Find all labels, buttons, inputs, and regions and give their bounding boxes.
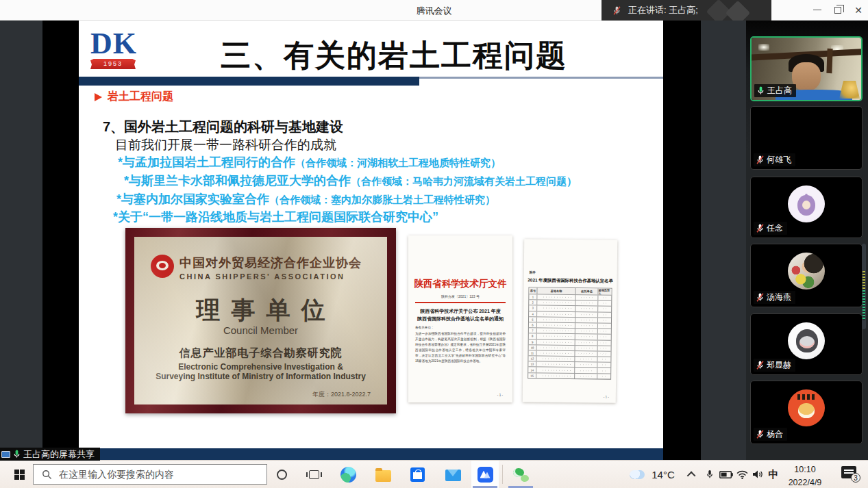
approval-table-row: 5 [529,316,611,322]
dk-logo-year: 1953 [90,59,136,69]
close-button[interactable]: ✕ [848,0,868,20]
weather-temp[interactable]: 14°C [648,461,678,488]
participant-name: 汤海燕 [767,292,791,303]
weather-button[interactable] [628,461,647,488]
battery-icon [719,471,733,478]
cortana-icon [277,470,287,480]
council-member-plaque: 中国对外贸易经济合作企业协会 CHINA SHIPPERS' ASSOCIATI… [125,228,396,413]
window-titlebar: 腾讯会议 正在讲话: 王占高; ✕ [0,0,868,21]
edge-button[interactable] [337,461,359,488]
muted-mic-icon [756,223,765,233]
ime-indicator[interactable]: 中 [765,461,782,488]
participants-sidebar: 王占高 何雄飞 [746,21,868,460]
volume-button[interactable] [749,461,767,488]
lamp [839,81,860,99]
tray-mic-button[interactable] [702,461,718,488]
bullet-arrow-icon [95,93,102,101]
date: 2022/4/9 [781,476,829,488]
participant-tile[interactable]: 杨合 [750,381,863,444]
scrollbar-thumb[interactable] [862,244,866,329]
speaking-text: 正在讲话: 王占高; [628,4,698,16]
meeting-watermark-icon [726,1,751,21]
search-input[interactable] [58,468,266,480]
participant-name-tag: 杨合 [754,428,787,441]
participant-name: 王占高 [767,85,792,97]
plaque-member-en: Electronic Comprehensive Investigation & [134,362,387,372]
participant-name-tag: 何雄飞 [754,153,795,166]
avatar [788,389,825,426]
slide-title: 三、有关的岩土工程问题 [221,38,567,72]
tray-expand-button[interactable] [684,461,700,488]
slide-subheading: 目前我们开展一带一路科研合作的成就 [115,138,336,152]
taskbar-separator [502,465,503,484]
approval-table-row: 15 [528,372,610,378]
mic-on-icon [756,86,765,96]
monitor-icon [1,451,10,458]
speaking-indicator: 正在讲话: 王占高; [602,0,771,21]
doc1-page-number: - 1 - [497,394,503,397]
plaque-face: 中国对外贸易经济合作企业协会 CHINA SHIPPERS' ASSOCIATI… [134,237,387,404]
taskbar-search[interactable] [33,464,267,485]
taskbar: 14°C [0,460,868,488]
plaque-member-cn: 信息产业部电子综合勘察研究院 [134,346,387,361]
approval-table-row: 10 [529,344,611,350]
clock[interactable]: 10:10 2022/4/9 [781,461,829,488]
minimize-button[interactable] [807,0,828,20]
mail-icon [445,470,461,481]
bullet-line: *与孟加拉国岩土工程同行的合作（合作领域：河湖相软土工程地质特性研究） [118,154,501,170]
speaker-icon [752,470,763,479]
muted-mic-icon [756,360,765,370]
approval-table-row: 9 [529,339,611,345]
approval-table-row: 14 [528,367,610,373]
mic-on-icon [12,449,21,459]
bullet-line: *与塞内加尔国家实验室合作（合作领域：塞内加尔膨胀土岩土工程特性研究） [116,191,495,207]
approval-list-page: 附件 2021 年度陕西省国际科技合作基地认定名单 序号 基地名称 依托单位 基… [523,239,617,402]
sidebar-scrollbar[interactable] [862,21,866,460]
participant-name: 何雄飞 [767,154,791,166]
approval-table-header: 序号 基地名称 依托单位 基地负责人 [529,287,611,294]
participant-tile[interactable]: 郑显赫 [750,313,863,375]
notification-badge[interactable]: 3 [851,473,860,483]
doc2-attachment-label: 附件 [530,270,536,274]
restore-button[interactable] [828,0,848,20]
cortana-button[interactable] [271,461,293,488]
approval-table-row: 7 [529,327,611,333]
title-underline-thin [419,77,663,79]
muted-mic-icon [612,5,621,16]
windows-logo-icon [14,470,25,480]
participant-tile[interactable]: 任念 [750,177,863,238]
chevron-up-icon [686,471,695,480]
participant-name-tag: 王占高 [754,84,796,97]
doc1-salutation: 各有关单位： [415,326,434,329]
file-explorer-button[interactable] [372,461,394,488]
participant-name-tag: 郑显赫 [754,359,795,372]
approval-table-row: 1 [529,294,611,300]
mail-button[interactable] [442,461,464,488]
screen-share-banner[interactable]: 王占高的屏幕共享 [0,448,100,461]
task-view-button[interactable] [303,461,325,488]
participant-tile[interactable]: 王占高 [750,36,863,101]
participant-name: 杨合 [767,428,783,440]
plaque-title-cn: 理事单位 [134,294,387,326]
muted-mic-icon [756,429,765,439]
doc2-title: 2021 年度陕西省国际科技合作基地认定名单 [524,277,617,284]
restore-icon [834,7,841,14]
time: 10:10 [781,463,829,476]
doc1-red-rule [415,302,506,303]
participant-tile[interactable]: 何雄飞 [750,106,863,170]
official-document-page: 陕西省科学技术厅文件 陕科办发〔2021〕123 号 陕西省科学技术厅关于公布 … [408,235,512,402]
doc1-subject: 陕西省科学技术厅关于公布 2021 年度 陕西省国际科技合作基地认定名单的通知 [412,308,508,322]
participant-name-tag: 汤海燕 [754,291,795,304]
store-button[interactable] [406,461,428,488]
avatar [788,322,825,359]
doc1-title: 陕西省科学技术厅文件 [408,278,512,290]
microphone-icon [706,469,714,480]
participant-tile[interactable]: 汤海燕 [750,244,863,307]
wechat-button[interactable] [509,461,532,488]
tencent-meeting-button[interactable] [473,461,497,488]
start-button[interactable] [7,461,32,488]
muted-mic-icon [756,292,765,303]
bullet-line: *与斯里兰卡水部和佩拉德尼亚大学的合作（合作领域：马哈韦力河流域有关岩土工程问题… [124,172,577,189]
approval-table-row: 6 [529,322,611,328]
approval-table-row: 2 [529,300,611,306]
